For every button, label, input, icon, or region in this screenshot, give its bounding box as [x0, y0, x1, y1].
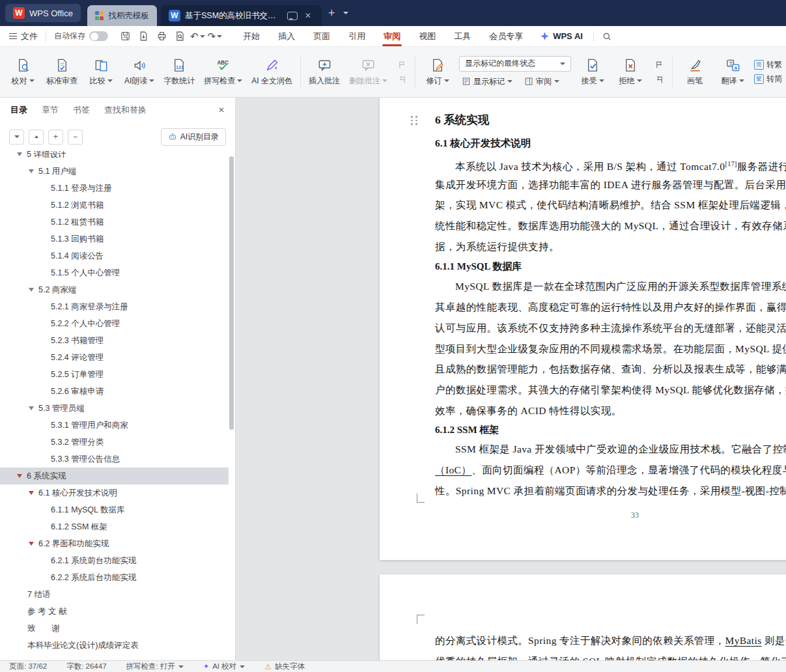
- outline-item[interactable]: 致 谢: [0, 620, 229, 637]
- markup-state-dropdown[interactable]: 显示标记的最终状态: [459, 56, 571, 72]
- sidebar-scrollbar[interactable]: [229, 156, 234, 430]
- next-comment-button[interactable]: [395, 74, 409, 85]
- close-tab-icon[interactable]: ✕: [302, 10, 314, 21]
- search-button[interactable]: [597, 31, 617, 42]
- proofread-button[interactable]: 校对: [4, 55, 42, 89]
- reject-button[interactable]: 拒绝: [611, 55, 649, 89]
- show-markup-button[interactable]: 显示标记: [459, 75, 515, 89]
- ai-read-aloud-button[interactable]: AI朗读: [120, 55, 159, 89]
- outline-item[interactable]: 6.2.2 系统后台功能实现: [0, 569, 229, 586]
- tab-view[interactable]: 视图: [410, 26, 445, 46]
- outline-item[interactable]: 6.2.1 系统前台功能实现: [0, 552, 229, 569]
- traditional-to-simplified-button[interactable]: 繁 转简: [754, 74, 782, 85]
- close-sidebar-icon[interactable]: ✕: [218, 105, 225, 115]
- accept-button[interactable]: 接受: [574, 55, 611, 89]
- sidebar-tab-find-replace[interactable]: 查找和替换: [104, 104, 147, 116]
- translate-button[interactable]: 文A 翻译: [714, 55, 751, 89]
- new-tab-button[interactable]: +: [322, 7, 342, 20]
- save-button[interactable]: [117, 29, 133, 44]
- outline-item[interactable]: 6.1.1 MySQL 数据库: [0, 501, 229, 518]
- outline-item[interactable]: 5.1.4 阅读公告: [0, 247, 229, 264]
- outline-item[interactable]: 5.1.2 租赁书籍: [0, 214, 229, 231]
- wps-office-home-button[interactable]: W WPS Office: [5, 4, 81, 22]
- undo-button[interactable]: ↶: [190, 31, 205, 42]
- page-indicator[interactable]: 页面: 37/62: [9, 662, 47, 671]
- next-revision-button[interactable]: [652, 74, 666, 85]
- zoom-in-outline-button[interactable]: +: [48, 130, 63, 145]
- outline-item[interactable]: 5.1.2 浏览书籍: [0, 197, 229, 214]
- expand-arrow-icon[interactable]: [29, 288, 34, 292]
- tab-docer-templates[interactable]: 找稻壳模板: [87, 5, 157, 26]
- missing-font-warning[interactable]: ⚠缺失字体: [264, 662, 305, 671]
- tab-review[interactable]: 审阅: [374, 26, 410, 46]
- outline-item[interactable]: 5.1.1 登录与注册: [0, 180, 229, 197]
- previous-comment-button[interactable]: [395, 59, 409, 70]
- outline-item[interactable]: 5.3.2 管理分类: [0, 434, 229, 451]
- tab-document[interactable]: W 基于SSM的高校旧书交易系统 ✕: [161, 5, 322, 26]
- outline-item[interactable]: 7 结语: [0, 586, 229, 603]
- outline-item[interactable]: 5.2.2 个人中心管理: [0, 315, 229, 332]
- outline-item[interactable]: 5.1.5 个人中心管理: [0, 264, 229, 281]
- simplified-to-traditional-button[interactable]: 简 转繁: [754, 59, 782, 70]
- undo-chevron-icon[interactable]: [200, 35, 205, 38]
- print-button[interactable]: [153, 29, 170, 44]
- standard-review-button[interactable]: 标准审查: [42, 55, 82, 89]
- document-page-1[interactable]: 6 系统实现 6.1 核心开发技术说明 本系统以 Java 技术为核心，采用 B…: [380, 98, 786, 560]
- outline-item[interactable]: 5.3.1 管理用户和商家: [0, 417, 229, 434]
- paragraph-drag-handle-icon[interactable]: [411, 116, 417, 125]
- sidebar-tab-contents[interactable]: 目录: [10, 104, 27, 116]
- print-preview-button[interactable]: [171, 29, 188, 44]
- expand-all-button[interactable]: [29, 130, 44, 145]
- ink-brush-button[interactable]: 画笔: [676, 55, 714, 89]
- outline-item[interactable]: 5.2.6 审核申请: [0, 383, 229, 400]
- compare-button[interactable]: 比较: [82, 55, 120, 89]
- document-page-2[interactable]: 的分离式设计模式。Spring 专注于解决对象间的依赖关系管理，MyBatis …: [380, 574, 786, 660]
- outline-item[interactable]: 5.1.3 回购书籍: [0, 231, 229, 247]
- tab-reference[interactable]: 引用: [339, 26, 374, 46]
- insert-comment-button[interactable]: 插入批注: [304, 55, 344, 89]
- outline-item[interactable]: 6.1 核心开发技术说明: [0, 484, 229, 501]
- word-count-indicator[interactable]: 字数: 26447: [66, 662, 106, 671]
- outline-item[interactable]: 5.2.3 书籍管理: [0, 332, 229, 349]
- tab-insert[interactable]: 插入: [269, 26, 304, 46]
- word-count-button[interactable]: 123 字数统计: [159, 55, 199, 89]
- ai-polish-button[interactable]: AI 全文润色: [247, 55, 297, 89]
- outline-item[interactable]: 5.2.5 订单管理: [0, 366, 229, 383]
- redo-button[interactable]: ↷: [208, 31, 223, 42]
- outline-item[interactable]: 5 详细设计: [0, 151, 229, 163]
- sidebar-tab-bookmarks[interactable]: 书签: [73, 104, 90, 116]
- outline-item-selected[interactable]: 6 系统实现: [0, 468, 229, 484]
- outline-item[interactable]: 5.2.1 商家登录与注册: [0, 298, 229, 315]
- document-canvas[interactable]: 6 系统实现 6.1 核心开发技术说明 本系统以 Java 技术为核心，采用 B…: [236, 98, 786, 660]
- file-menu-button[interactable]: 文件: [9, 31, 46, 42]
- expand-arrow-icon[interactable]: [17, 474, 22, 478]
- tab-list-chevron-icon[interactable]: [343, 12, 348, 14]
- redo-chevron-icon[interactable]: [217, 35, 222, 38]
- outline-item[interactable]: 5.2 商家端: [0, 281, 229, 298]
- wps-ai-button[interactable]: WPS AI: [532, 31, 591, 41]
- tab-tools[interactable]: 工具: [445, 26, 480, 46]
- outline-item[interactable]: 5.2.4 评论管理: [0, 349, 229, 366]
- spell-check-button[interactable]: ABC 拼写检查: [199, 55, 247, 89]
- previous-revision-button[interactable]: [652, 59, 666, 70]
- outline-item[interactable]: 5.3 管理员端: [0, 400, 229, 417]
- tab-member[interactable]: 会员专享: [480, 26, 532, 46]
- export-pdf-button[interactable]: [135, 29, 152, 44]
- zoom-out-outline-button[interactable]: −: [68, 130, 83, 145]
- expand-arrow-icon[interactable]: [29, 542, 34, 546]
- tab-home[interactable]: 开始: [234, 26, 269, 46]
- spell-check-status[interactable]: 拼写检查: 打开: [126, 662, 184, 671]
- outline-item[interactable]: 5.1 用户端: [0, 163, 229, 180]
- collapse-all-button[interactable]: [9, 130, 24, 145]
- expand-arrow-icon[interactable]: [17, 152, 22, 156]
- ai-proofread-status[interactable]: ✦AI 校对: [203, 662, 245, 671]
- ai-recognize-outline-button[interactable]: AI识别目录: [161, 128, 226, 146]
- expand-arrow-icon[interactable]: [29, 169, 34, 173]
- track-changes-button[interactable]: 修订: [419, 55, 456, 89]
- autosave-toggle[interactable]: [89, 31, 108, 41]
- delete-comment-button[interactable]: 删除批注: [344, 55, 392, 89]
- outline-item[interactable]: 6.1.2 SSM 框架: [0, 518, 229, 535]
- tab-page[interactable]: 页面: [304, 26, 339, 46]
- expand-arrow-icon[interactable]: [29, 406, 34, 410]
- outline-item[interactable]: 参 考 文 献: [0, 603, 229, 620]
